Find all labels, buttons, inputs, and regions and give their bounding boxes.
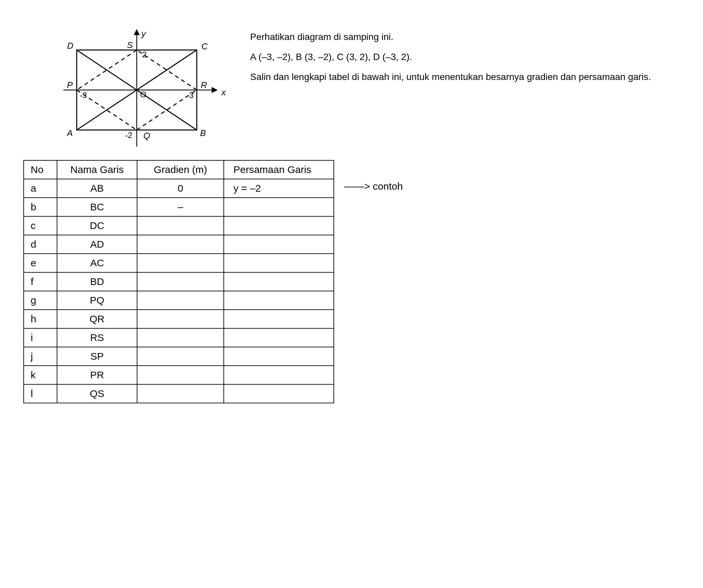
table-row: f BD: [24, 272, 334, 291]
cell-no: f: [24, 272, 57, 291]
point-s-label: S: [127, 40, 133, 50]
cell-grad: [137, 291, 224, 310]
header-name: Nama Garis: [57, 160, 137, 179]
cell-no: h: [24, 310, 57, 328]
cell-eq: [224, 384, 334, 403]
cell-name: AC: [57, 254, 137, 272]
table-row: i RS: [24, 328, 334, 347]
instruction-line-2: A (–3, –2), B (3, –2), C (3, 2), D (–3, …: [250, 50, 680, 64]
cell-eq: y = –2: [224, 179, 334, 198]
cell-grad: [137, 216, 224, 235]
point-r-label: R: [201, 80, 207, 90]
tick-y-neg: -2: [125, 131, 132, 140]
top-row: D C A B P R S Q y x -3 3 2 -2 O Perhatik…: [23, 20, 680, 153]
cell-eq: [224, 198, 334, 216]
table-row: e AC: [24, 254, 334, 272]
table-row: k PR: [24, 366, 334, 384]
header-equation: Persamaan Garis: [224, 160, 334, 179]
cell-no: d: [24, 235, 57, 254]
table-row: d AD: [24, 235, 334, 254]
cell-no: k: [24, 366, 57, 384]
tick-x-neg: -3: [80, 91, 87, 100]
point-c-label: C: [202, 41, 208, 51]
cell-name: QS: [57, 384, 137, 403]
cell-name: DC: [57, 216, 137, 235]
svg-marker-1: [212, 88, 217, 92]
cell-no: b: [24, 198, 57, 216]
table-row: b BC –: [24, 198, 334, 216]
cell-eq: [224, 272, 334, 291]
cell-no: l: [24, 384, 57, 403]
instruction-line-3: Salin dan lengkapi tabel di bawah ini, u…: [250, 70, 680, 84]
cell-no: c: [24, 216, 57, 235]
table-section: No Nama Garis Gradien (m) Persamaan Gari…: [23, 160, 680, 403]
table-row: h QR: [24, 310, 334, 328]
cell-eq: [224, 254, 334, 272]
cell-eq: [224, 328, 334, 347]
cell-no: j: [24, 347, 57, 366]
cell-grad: [137, 310, 224, 328]
cell-eq: [224, 291, 334, 310]
axis-y-label: y: [141, 29, 146, 39]
point-q-label: Q: [143, 131, 150, 141]
header-no: No: [24, 160, 57, 179]
cell-name: BD: [57, 272, 137, 291]
point-p-label: P: [67, 80, 73, 90]
cell-name: QR: [57, 310, 137, 328]
cell-grad: [137, 328, 224, 347]
cell-name: SP: [57, 347, 137, 366]
table-row: a AB 0 y = –2: [24, 179, 334, 198]
cell-name: PQ: [57, 291, 137, 310]
table-row: c DC: [24, 216, 334, 235]
cell-name: RS: [57, 328, 137, 347]
table-row: j SP: [24, 347, 334, 366]
table-row: g PQ: [24, 291, 334, 310]
cell-no: g: [24, 291, 57, 310]
gradient-table: No Nama Garis Gradien (m) Persamaan Gari…: [23, 160, 334, 403]
origin-label: O: [140, 90, 146, 99]
instruction-line-1: Perhatikan diagram di samping ini.: [250, 30, 680, 44]
cell-name: BC: [57, 198, 137, 216]
side-instructions: Perhatikan diagram di samping ini. A (–3…: [250, 20, 680, 90]
cell-grad: 0: [137, 179, 224, 198]
cell-eq: [224, 366, 334, 384]
tick-y-pos: 2: [142, 50, 146, 59]
table-header-row: No Nama Garis Gradien (m) Persamaan Gari…: [24, 160, 334, 179]
cell-grad: [137, 272, 224, 291]
point-a-label: A: [66, 128, 73, 138]
cell-grad: [137, 235, 224, 254]
cell-no: a: [24, 179, 57, 198]
table-row: l QS: [24, 384, 334, 403]
point-b-label: B: [200, 128, 206, 138]
cell-eq: [224, 216, 334, 235]
cell-no: e: [24, 254, 57, 272]
svg-marker-3: [134, 30, 139, 35]
contoh-note: ——> contoh: [344, 160, 403, 192]
cell-name: PR: [57, 366, 137, 384]
cell-grad: [137, 366, 224, 384]
cell-name: AD: [57, 235, 137, 254]
axis-x-label: x: [221, 87, 226, 97]
cell-grad: [137, 254, 224, 272]
tick-x-pos: 3: [189, 91, 193, 100]
cell-grad: [137, 347, 224, 366]
coordinate-diagram: D C A B P R S Q y x -3 3 2 -2 O: [44, 20, 230, 153]
cell-grad: –: [137, 198, 224, 216]
cell-no: i: [24, 328, 57, 347]
cell-grad: [137, 384, 224, 403]
cell-eq: [224, 235, 334, 254]
cell-name: AB: [57, 179, 137, 198]
cell-eq: [224, 310, 334, 328]
header-gradient: Gradien (m): [137, 160, 224, 179]
point-d-label: D: [67, 41, 73, 51]
diagram: D C A B P R S Q y x -3 3 2 -2 O: [23, 20, 230, 153]
cell-eq: [224, 347, 334, 366]
